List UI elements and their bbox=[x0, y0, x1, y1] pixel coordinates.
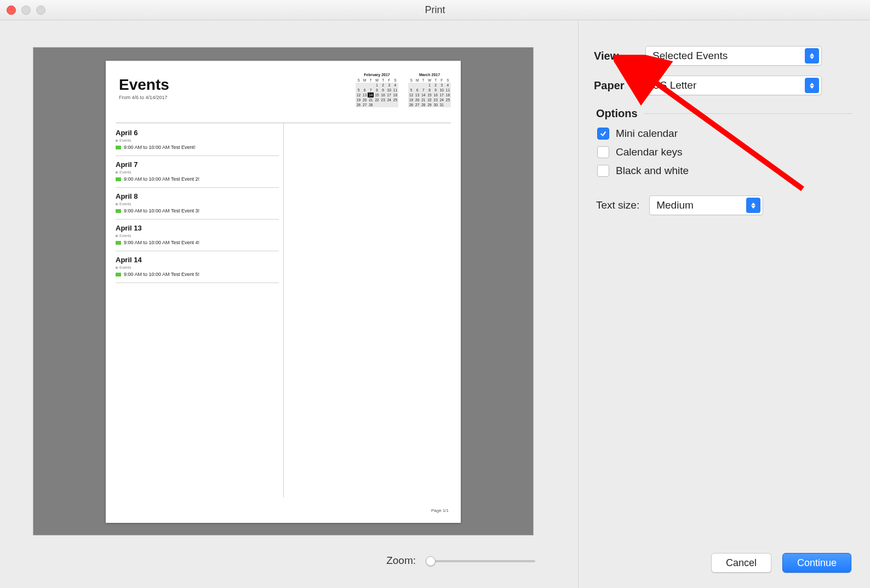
paper-select[interactable]: US Letter bbox=[645, 76, 822, 95]
zoom-slider[interactable] bbox=[426, 555, 535, 566]
paper-label: Paper bbox=[594, 79, 645, 92]
checkbox[interactable] bbox=[597, 165, 609, 177]
continue-button[interactable]: Continue bbox=[782, 553, 851, 573]
options-header: Options bbox=[596, 107, 638, 120]
day-date: April 8 bbox=[116, 192, 279, 200]
event-line: 9:00 AM to 10:00 AM Test Event 3! bbox=[116, 208, 279, 214]
day-block: April 14Events9:00 AM to 10:00 AM Test E… bbox=[116, 251, 279, 283]
mini-calendars: February 2017SMTWTFS12345678910111213141… bbox=[356, 73, 451, 107]
preview-page-footer: Page 1/1 bbox=[431, 508, 449, 513]
text-size-value: Medium bbox=[656, 199, 694, 211]
day-date: April 6 bbox=[116, 129, 279, 137]
event-line: 9:00 AM to 10:00 AM Test Event! bbox=[116, 145, 279, 150]
event-line: 9:00 AM to 10:00 AM Test Event 2! bbox=[116, 176, 279, 182]
view-select-value: Selected Events bbox=[653, 50, 728, 62]
checkbox[interactable] bbox=[597, 128, 609, 140]
preview-page: Events From 4/6 to 4/14/2017 February 20… bbox=[106, 61, 461, 523]
event-line: 9:00 AM to 10:00 AM Test Event 4! bbox=[116, 240, 279, 245]
checkbox[interactable] bbox=[597, 146, 609, 158]
day-block: April 7Events9:00 AM to 10:00 AM Test Ev… bbox=[116, 156, 279, 188]
day-group: Events bbox=[116, 170, 279, 174]
mini-calendar-title: February 2017 bbox=[356, 73, 398, 77]
day-date: April 7 bbox=[116, 160, 279, 169]
event-color-swatch bbox=[116, 146, 121, 149]
mini-calendar: February 2017SMTWTFS12345678910111213141… bbox=[356, 73, 398, 107]
preview-frame: Events From 4/6 to 4/14/2017 February 20… bbox=[33, 47, 534, 535]
updown-arrows-icon bbox=[805, 78, 819, 93]
event-line: 9:00 AM to 10:00 AM Test Event 5! bbox=[116, 272, 279, 277]
preview-title: Events bbox=[119, 76, 169, 94]
text-size-label: Text size: bbox=[596, 199, 639, 211]
updown-arrows-icon bbox=[805, 48, 819, 64]
day-block: April 13Events9:00 AM to 10:00 AM Test E… bbox=[116, 220, 279, 251]
options-pane: View Selected Events Paper US Letter Opt… bbox=[578, 20, 870, 588]
mini-calendar-title: March 2017 bbox=[408, 73, 451, 77]
day-group: Events bbox=[116, 234, 279, 238]
divider bbox=[644, 113, 852, 114]
preview-date-range: From 4/6 to 4/14/2017 bbox=[119, 95, 169, 100]
day-date: April 13 bbox=[116, 224, 279, 232]
window-titlebar: Print bbox=[0, 0, 870, 20]
day-block: April 8Events9:00 AM to 10:00 AM Test Ev… bbox=[116, 188, 279, 220]
events-column-right bbox=[284, 123, 451, 498]
day-group: Events bbox=[116, 266, 279, 269]
checkbox-label: Black and white bbox=[616, 165, 689, 177]
view-label: View bbox=[594, 50, 645, 62]
updown-arrows-icon bbox=[746, 198, 760, 213]
checkbox-label: Calendar keys bbox=[616, 146, 682, 158]
zoom-label: Zoom: bbox=[386, 555, 416, 567]
day-date: April 14 bbox=[116, 256, 279, 264]
event-color-swatch bbox=[116, 241, 121, 245]
day-block: April 6Events9:00 AM to 10:00 AM Test Ev… bbox=[116, 123, 279, 156]
view-select[interactable]: Selected Events bbox=[645, 46, 822, 66]
preview-pane: Events From 4/6 to 4/14/2017 February 20… bbox=[0, 20, 578, 588]
paper-select-value: US Letter bbox=[653, 79, 696, 91]
option-row: Mini calendar bbox=[597, 128, 852, 140]
zoom-row: Zoom: bbox=[0, 550, 545, 572]
event-color-swatch bbox=[116, 273, 121, 276]
event-color-swatch bbox=[116, 209, 121, 213]
mini-calendar: March 2017SMTWTFS12345678910111213141516… bbox=[408, 73, 451, 107]
day-group: Events bbox=[116, 139, 279, 142]
text-size-select[interactable]: Medium bbox=[649, 195, 763, 215]
day-group: Events bbox=[116, 202, 279, 206]
option-row: Calendar keys bbox=[597, 146, 852, 158]
checkbox-label: Mini calendar bbox=[616, 128, 678, 140]
cancel-button[interactable]: Cancel bbox=[711, 553, 771, 573]
option-row: Black and white bbox=[597, 165, 852, 177]
zoom-thumb[interactable] bbox=[426, 556, 436, 566]
events-column: April 6Events9:00 AM to 10:00 AM Test Ev… bbox=[116, 123, 284, 498]
event-color-swatch bbox=[116, 177, 121, 181]
window-title: Print bbox=[0, 4, 870, 16]
